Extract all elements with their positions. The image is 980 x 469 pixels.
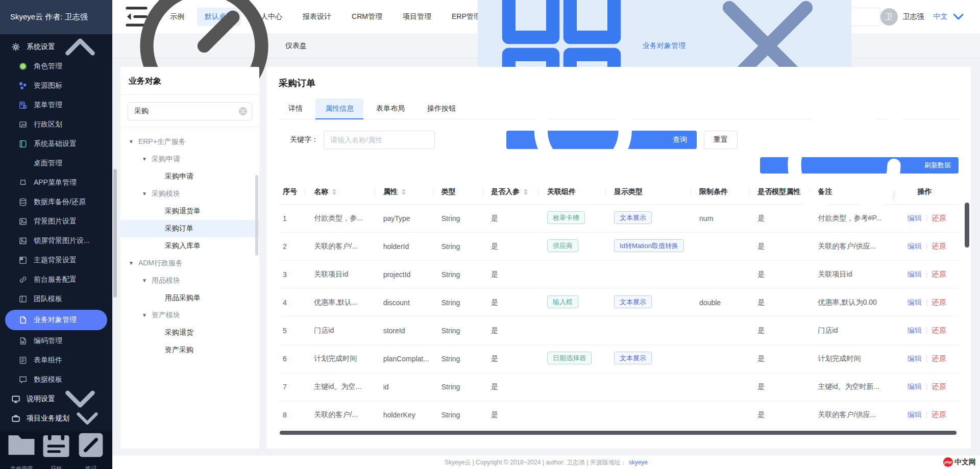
tree-item[interactable]: ▼ 采购退货单 (120, 203, 259, 220)
sidebar-item-label: 锁屏背景图片设... (34, 236, 90, 245)
sidebar-item[interactable]: 系统基础设置 (0, 134, 112, 154)
region-icon (18, 120, 28, 129)
tree-item[interactable]: ▼ 采购模块 (120, 185, 259, 203)
tree-item[interactable]: ▼ 采购申请 (120, 151, 259, 168)
sidebar-item[interactable]: 行政区划 (0, 115, 112, 134)
sort-icons[interactable] (402, 189, 406, 195)
column-header[interactable]: 属性 (379, 180, 437, 205)
panel-scrollbar[interactable] (255, 175, 258, 256)
cell-type: String (437, 261, 487, 289)
cell-is-model: 是 (753, 345, 814, 373)
dock-item[interactable]: 笔记 (74, 428, 108, 469)
sidebar-item[interactable]: 背景图片设置 (0, 212, 112, 231)
detail-tab[interactable]: 表单布局 (366, 98, 414, 119)
sidebar-item[interactable]: 编码管理 (0, 331, 112, 351)
table-vertical-scrollbar[interactable] (965, 203, 969, 248)
detail-tab[interactable]: 详情 (279, 98, 312, 119)
sidebar-item[interactable]: APP菜单管理 (0, 173, 112, 192)
detail-tab[interactable]: 操作按钮 (418, 98, 465, 119)
tree-item[interactable]: ▼ 用品模块 (120, 272, 259, 289)
edit-link[interactable]: 编辑 (908, 410, 922, 418)
edit-link[interactable]: 编辑 (908, 214, 922, 222)
tree-item[interactable]: ▼ 资产采购 (120, 341, 259, 359)
dock-item[interactable]: 日程 (39, 428, 74, 469)
column-header[interactable]: 序号 (279, 180, 310, 205)
app-logo: Skyeye云 作者: 卫志强 (0, 0, 112, 34)
tree-item[interactable]: ▼ 资产模块 (120, 307, 259, 324)
sidebar-item[interactable]: 表单组件 (0, 351, 112, 370)
table-row: 8 关联的客户/... holderKey String 是 是 关联 (279, 401, 959, 429)
clear-icon[interactable] (239, 107, 247, 115)
restore-link[interactable]: 还原 (932, 242, 946, 250)
content-scrollbar[interactable] (113, 169, 117, 298)
tree-item[interactable]: ▼ 采购入库单 (120, 237, 259, 255)
tree-item[interactable]: ▼ 采购订单 (120, 220, 259, 237)
restore-link[interactable]: 还原 (932, 382, 946, 390)
tree-search-input[interactable] (128, 102, 252, 120)
sidebar-item[interactable]: 前台服务配置 (0, 270, 112, 289)
column-header[interactable]: 类型 (437, 180, 487, 205)
cell-type: String (437, 373, 487, 401)
android-icon (18, 178, 28, 187)
cell-in-param: 是 (487, 233, 543, 261)
restore-link[interactable]: 还原 (932, 410, 946, 418)
horizontal-scrollbar[interactable] (280, 431, 957, 435)
caret-down-icon[interactable]: ▼ (142, 278, 147, 283)
cell-type: String (437, 401, 487, 429)
sort-icons[interactable] (524, 189, 528, 195)
tree-item[interactable]: ▼ ERP+生产服务 (120, 133, 259, 151)
restore-link[interactable]: 还原 (932, 326, 946, 334)
reset-button[interactable]: 重置 (704, 131, 738, 149)
skyeye-link[interactable]: skyeye (629, 459, 648, 466)
sidebar-item[interactable]: 锁屏背景图片设... (0, 231, 112, 251)
tree-item[interactable]: ▼ 采购申请 (120, 168, 259, 185)
language-switcher[interactable]: 中文 (934, 8, 967, 25)
edit-link[interactable]: 编辑 (908, 382, 922, 390)
tree-item[interactable]: ▼ ADM行政服务 (120, 255, 259, 272)
sidebar-item[interactable]: 业务对象管理 (5, 310, 107, 330)
tree-item[interactable]: ▼ 用品采购单 (120, 289, 259, 307)
caret-down-icon[interactable]: ▼ (142, 313, 147, 318)
sidebar-item[interactable]: 桌面管理 (0, 154, 112, 173)
restore-link[interactable]: 还原 (932, 298, 946, 306)
caret-down-icon[interactable]: ▼ (129, 261, 134, 266)
caret-down-icon[interactable]: ▼ (142, 191, 147, 196)
restore-link[interactable]: 还原 (932, 354, 946, 362)
user-avatar[interactable]: 卫 (880, 8, 898, 26)
keyword-input[interactable] (324, 131, 435, 149)
sidebar-item[interactable]: 系统设置 (0, 37, 112, 57)
sidebar-item[interactable]: 资源图标 (0, 76, 112, 95)
sort-icons[interactable] (332, 189, 336, 195)
sidebar-item[interactable]: 团队模板 (0, 289, 112, 309)
sidebar-nav: 系统设置 角色管理 资源图标 菜单管理 (0, 34, 112, 431)
edit-link[interactable]: 编辑 (908, 326, 922, 334)
restore-link[interactable]: 还原 (932, 270, 946, 278)
edit-link[interactable]: 编辑 (908, 270, 922, 278)
edit-link[interactable]: 编辑 (908, 298, 922, 306)
sidebar-item[interactable]: 数据库备份/还原 (0, 192, 112, 212)
sidebar-item-label: 系统设置 (27, 42, 55, 52)
sidebar-item[interactable]: 主题背景设置 (0, 251, 112, 270)
sidebar-item-label: APP菜单管理 (34, 178, 77, 187)
cell-no: 8 (279, 401, 310, 429)
query-button[interactable]: 查询 (506, 131, 697, 149)
column-header[interactable]: 名称 (310, 180, 379, 205)
tree-item-label: ADM行政服务 (138, 259, 183, 268)
detail-tab[interactable]: 属性信息 (315, 98, 363, 119)
column-header[interactable]: 限制条件 (695, 180, 753, 205)
tree-item-label: 采购申请 (152, 155, 180, 164)
sidebar-item[interactable]: 菜单管理 (0, 95, 112, 115)
cell-no: 5 (279, 317, 310, 345)
caret-down-icon[interactable]: ▼ (142, 157, 147, 162)
refresh-data-button[interactable]: 刷新数据 (760, 157, 959, 174)
copyright-text: Skyeye云 | Copyright © 2018~2024 | author… (445, 458, 627, 467)
caret-down-icon[interactable]: ▼ (129, 139, 134, 144)
restore-link[interactable]: 还原 (932, 214, 946, 222)
dock-item[interactable]: 文件管理 (4, 428, 39, 469)
chev-down-icon (69, 401, 105, 431)
edit-link[interactable]: 编辑 (908, 354, 922, 362)
footer: Skyeye云 | Copyright © 2018~2024 | author… (112, 456, 980, 469)
tree-item[interactable]: ▼ 采购退货 (120, 324, 259, 341)
cell-attr: planComplat... (379, 345, 437, 373)
edit-link[interactable]: 编辑 (908, 242, 922, 250)
